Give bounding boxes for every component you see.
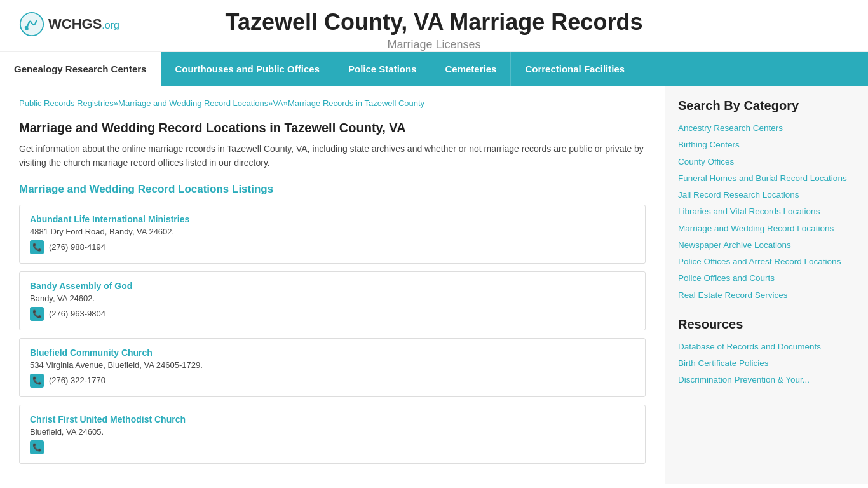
sidebar-item-ancestry[interactable]: Ancestry Research Centers: [678, 122, 855, 135]
sidebar-resources-list: Database of Records and Documents Birth …: [678, 341, 855, 387]
sidebar-resources-title: Resources: [678, 317, 855, 332]
listing-card: Bluefield Community Church 534 Virginia …: [19, 338, 646, 397]
listing-phone: 📞 (276) 988-4194: [30, 240, 635, 254]
sidebar-item-funeral[interactable]: Funeral Homes and Burial Record Location…: [678, 172, 855, 185]
sidebar-item-county[interactable]: County Offices: [678, 156, 855, 168]
listing-card: Abundant Life International Ministries 4…: [19, 205, 646, 264]
listing-name: Bandy Assembly of God: [30, 281, 635, 291]
main-description: Get information about the online marriag…: [19, 142, 646, 170]
listings-heading: Marriage and Wedding Record Locations Li…: [19, 183, 646, 196]
logo-text: WCHGS.org: [48, 16, 119, 32]
listing-address: 4881 Dry Ford Road, Bandy, VA 24602.: [30, 227, 635, 236]
breadcrumb: Public Records Registries»Marriage and W…: [19, 98, 646, 108]
sidebar-category-list: Ancestry Research Centers Birthing Cente…: [678, 122, 855, 302]
sidebar: Search By Category Ancestry Research Cen…: [665, 86, 868, 484]
nav-link-genealogy[interactable]: Genealogy Research Centers: [0, 52, 161, 86]
listing-phone: 📞: [30, 440, 635, 454]
sidebar-item-marriage[interactable]: Marriage and Wedding Record Locations: [678, 222, 855, 235]
listing-address: 534 Virginia Avenue, Bluefield, VA 24605…: [30, 360, 635, 370]
nav-item-correctional[interactable]: Correctional Facilities: [511, 52, 639, 86]
listing-phone: 📞 (276) 963-9804: [30, 307, 635, 321]
phone-icon: 📞: [30, 240, 44, 254]
sidebar-item-police-arrest[interactable]: Police Offices and Arrest Record Locatio…: [678, 255, 855, 268]
main-nav: Genealogy Research Centers Courthouses a…: [0, 52, 868, 86]
sidebar-resource-database[interactable]: Database of Records and Documents: [678, 341, 855, 353]
sidebar-item-birthing[interactable]: Birthing Centers: [678, 139, 855, 151]
logo-icon: [19, 11, 44, 37]
nav-link-courthouses[interactable]: Courthouses and Public Offices: [161, 52, 334, 86]
breadcrumb-link-marriage[interactable]: Marriage and Wedding Record Locations: [118, 98, 268, 108]
nav-item-courthouses[interactable]: Courthouses and Public Offices: [161, 52, 334, 86]
sidebar-item-newspaper[interactable]: Newspaper Archive Locations: [678, 239, 855, 252]
phone-icon: 📞: [30, 440, 44, 454]
phone-icon: 📞: [30, 307, 44, 321]
listing-card: Bandy Assembly of God Bandy, VA 24602. 📞…: [19, 271, 646, 330]
breadcrumb-link-tazewell[interactable]: Marriage Records in Tazewell County: [288, 98, 424, 108]
sidebar-item-police-courts[interactable]: Police Offices and Courts: [678, 272, 855, 285]
listing-name: Christ First United Methodist Church: [30, 414, 635, 424]
main-content: Public Records Registries»Marriage and W…: [0, 86, 665, 484]
listing-address: Bandy, VA 24602.: [30, 294, 635, 303]
sidebar-item-real-estate[interactable]: Real Estate Record Services: [678, 289, 855, 302]
sidebar-resource-discrimination[interactable]: Discrimination Prevention & Your...: [678, 374, 855, 386]
sidebar-resource-birth[interactable]: Birth Certificate Policies: [678, 357, 855, 370]
nav-link-correctional[interactable]: Correctional Facilities: [511, 52, 639, 86]
phone-icon: 📞: [30, 374, 44, 388]
site-logo[interactable]: WCHGS.org: [19, 11, 119, 37]
main-heading: Marriage and Wedding Record Locations in…: [19, 121, 646, 135]
site-subtitle: Marriage Licenses: [387, 38, 480, 51]
breadcrumb-link-va[interactable]: VA: [273, 98, 283, 108]
listing-name: Bluefield Community Church: [30, 348, 635, 358]
sidebar-item-libraries[interactable]: Libraries and Vital Records Locations: [678, 205, 855, 218]
nav-item-police[interactable]: Police Stations: [334, 52, 431, 86]
listing-address: Bluefield, VA 24605.: [30, 427, 635, 437]
site-title: Tazewell County, VA Marriage Records: [226, 9, 643, 36]
nav-link-police[interactable]: Police Stations: [334, 52, 431, 86]
listing-card: Christ First United Methodist Church Blu…: [19, 405, 646, 464]
listing-name: Abundant Life International Ministries: [30, 214, 635, 224]
page-body: Public Records Registries»Marriage and W…: [0, 86, 868, 484]
nav-item-genealogy[interactable]: Genealogy Research Centers: [0, 52, 161, 86]
breadcrumb-link-public[interactable]: Public Records Registries: [19, 98, 114, 108]
nav-link-cemeteries[interactable]: Cemeteries: [431, 52, 512, 86]
nav-item-cemeteries[interactable]: Cemeteries: [431, 52, 512, 86]
listing-phone: 📞 (276) 322-1770: [30, 374, 635, 388]
sidebar-item-jail[interactable]: Jail Record Research Locations: [678, 189, 855, 201]
sidebar-search-title: Search By Category: [678, 98, 855, 113]
